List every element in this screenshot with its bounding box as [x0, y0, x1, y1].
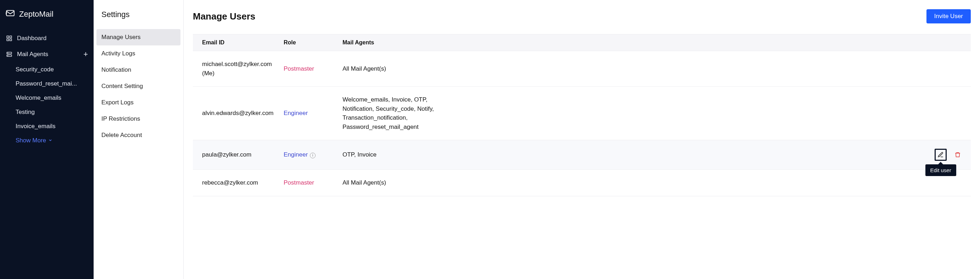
settings-title: Settings: [94, 8, 183, 29]
table-row: michael.scott@zylker.com (Me)PostmasterA…: [193, 51, 971, 87]
main-content: Manage Users Invite User Email ID Role M…: [184, 0, 980, 279]
nav-sub-item[interactable]: Invoice_emails: [0, 119, 94, 134]
settings-item[interactable]: Content Setting: [96, 78, 180, 94]
col-header-agents: Mail Agents: [342, 40, 971, 46]
edit-user-tooltip: Edit user: [925, 164, 956, 176]
server-icon: [6, 51, 13, 57]
settings-item[interactable]: IP Restrictions: [96, 111, 180, 127]
svg-rect-3: [7, 39, 8, 41]
settings-item[interactable]: Manage Users: [96, 29, 180, 45]
svg-rect-1: [7, 36, 8, 38]
show-more-label: Show More: [16, 137, 46, 144]
nav-sub-item[interactable]: Testing: [0, 105, 94, 119]
col-header-role: Role: [284, 40, 342, 46]
page-title: Manage Users: [193, 11, 255, 22]
brand-name: ZeptoMail: [19, 10, 54, 19]
nav-dashboard[interactable]: Dashboard: [0, 30, 94, 46]
settings-item[interactable]: Export Logs: [96, 94, 180, 111]
cell-role: Engineeri: [284, 150, 342, 159]
svg-rect-0: [6, 10, 14, 16]
svg-rect-4: [10, 39, 12, 41]
cell-role: Postmaster: [284, 178, 342, 187]
cell-agents: All Mail Agent(s): [342, 64, 932, 73]
svg-rect-2: [10, 36, 12, 38]
dashboard-icon: [6, 35, 13, 41]
edit-user-button[interactable]: [935, 149, 947, 161]
cell-email: paula@zylker.com: [193, 150, 284, 159]
nav-mail-agents-label: Mail Agents: [17, 51, 48, 58]
cell-email: rebecca@zylker.com: [193, 178, 284, 187]
nav-mail-agents[interactable]: Mail Agents +: [0, 46, 94, 62]
cell-email: michael.scott@zylker.com (Me): [193, 60, 284, 78]
settings-panel: Settings Manage UsersActivity LogsNotifi…: [94, 0, 184, 279]
brand-icon: [6, 8, 15, 20]
table-row: rebecca@zylker.comPostmasterAll Mail Age…: [193, 170, 971, 196]
nav-dashboard-label: Dashboard: [17, 35, 46, 42]
cell-agents: OTP, Invoice: [342, 150, 932, 159]
settings-item[interactable]: Notification: [96, 62, 180, 78]
settings-item[interactable]: Activity Logs: [96, 45, 180, 62]
table-row: alvin.edwards@zylker.comEngineerWelcome_…: [193, 87, 971, 140]
table-row: paula@zylker.comEngineeriOTP, Invoice: [193, 140, 971, 170]
cell-role: Engineer: [284, 108, 342, 118]
cell-email: alvin.edwards@zylker.com: [193, 108, 284, 118]
cell-role: Postmaster: [284, 64, 342, 73]
primary-nav: ZeptoMail Dashboard Mail Agents + Securi…: [0, 0, 94, 279]
nav-sub-item[interactable]: Security_code: [0, 62, 94, 77]
add-mail-agent-icon[interactable]: +: [83, 50, 88, 58]
users-table: Email ID Role Mail Agents michael.scott@…: [193, 34, 971, 196]
info-icon[interactable]: i: [310, 153, 315, 158]
nav-sub-item[interactable]: Password_reset_mai...: [0, 77, 94, 91]
invite-user-button[interactable]: Invite User: [926, 9, 971, 24]
chevron-down-icon: [48, 137, 52, 144]
cell-agents: All Mail Agent(s): [342, 178, 932, 187]
col-header-email: Email ID: [193, 40, 284, 46]
main-header: Manage Users Invite User: [193, 9, 971, 24]
cell-agents: Welcome_emails, Invoice, OTP, Notificati…: [342, 95, 932, 131]
nav-show-more[interactable]: Show More: [0, 134, 94, 148]
brand: ZeptoMail: [0, 6, 94, 30]
cell-actions: [932, 149, 971, 161]
table-header: Email ID Role Mail Agents: [193, 34, 971, 51]
nav-sub-item[interactable]: Welcome_emails: [0, 91, 94, 105]
delete-user-button[interactable]: [951, 149, 964, 161]
settings-item[interactable]: Delete Account: [96, 127, 180, 143]
